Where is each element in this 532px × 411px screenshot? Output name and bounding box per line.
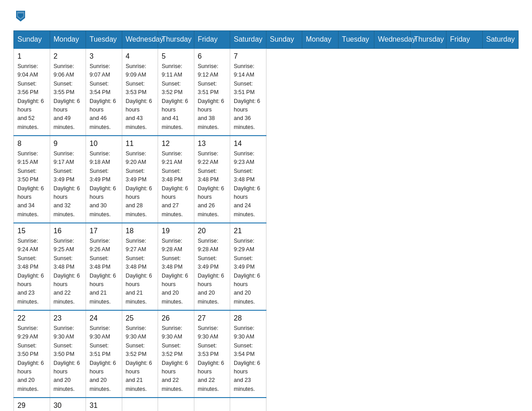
calendar-cell [122,398,158,411]
day-number: 27 [198,314,227,322]
day-info: Sunrise: 9:25 AM Sunset: 3:48 PM Dayligh… [54,237,82,306]
day-number: 1 [17,52,46,60]
day-info: Sunrise: 9:12 AM Sunset: 3:51 PM Dayligh… [198,62,227,132]
day-header-thursday: Thursday [410,31,446,49]
day-info: Sunrise: 9:30 AM Sunset: 3:52 PM Dayligh… [126,324,154,394]
day-header-wednesday: Wednesday [122,31,158,49]
day-number: 13 [198,140,227,148]
calendar-cell: 17 Sunrise: 9:26 AM Sunset: 3:48 PM Dayl… [86,223,122,310]
day-header-tuesday: Tuesday [338,31,374,49]
day-number: 16 [54,227,82,235]
day-number: 2 [54,52,82,60]
calendar-cell: 20 Sunrise: 9:28 AM Sunset: 3:49 PM Dayl… [194,223,230,310]
day-info: Sunrise: 9:04 AM Sunset: 3:56 PM Dayligh… [17,62,46,132]
day-number: 11 [126,140,154,148]
day-info: Sunrise: 9:28 AM Sunset: 3:49 PM Dayligh… [198,237,227,306]
day-info: Sunrise: 9:09 AM Sunset: 3:53 PM Dayligh… [126,62,154,132]
day-number: 26 [162,314,190,322]
calendar-cell: 13 Sunrise: 9:22 AM Sunset: 3:48 PM Dayl… [194,136,230,223]
day-header-saturday: Saturday [482,31,519,49]
calendar-cell: 6 Sunrise: 9:12 AM Sunset: 3:51 PM Dayli… [194,48,230,136]
calendar-cell: 25 Sunrise: 9:30 AM Sunset: 3:52 PM Dayl… [122,310,158,398]
calendar-cell: 24 Sunrise: 9:30 AM Sunset: 3:51 PM Dayl… [86,310,122,398]
day-number: 4 [126,52,154,60]
calendar-cell: 15 Sunrise: 9:24 AM Sunset: 3:48 PM Dayl… [14,223,50,310]
day-number: 12 [162,140,190,148]
calendar-cell: 5 Sunrise: 9:11 AM Sunset: 3:52 PM Dayli… [158,48,194,136]
day-info: Sunrise: 9:18 AM Sunset: 3:49 PM Dayligh… [90,150,118,219]
calendar-week-1: 1 Sunrise: 9:04 AM Sunset: 3:56 PM Dayli… [14,48,519,136]
calendar-cell [194,398,230,411]
calendar-header-row: SundayMondayTuesdayWednesdayThursdayFrid… [14,31,519,49]
calendar-cell: 21 Sunrise: 9:29 AM Sunset: 3:49 PM Dayl… [230,223,266,310]
calendar-cell: 22 Sunrise: 9:29 AM Sunset: 3:50 PM Dayl… [14,310,50,398]
calendar-week-5: 29 Sunrise: 9:30 AM Sunset: 3:55 PM Dayl… [14,398,519,411]
calendar-cell: 23 Sunrise: 9:30 AM Sunset: 3:50 PM Dayl… [50,310,86,398]
day-number: 28 [234,314,262,322]
day-header-wednesday: Wednesday [374,31,411,49]
calendar-week-2: 8 Sunrise: 9:15 AM Sunset: 3:50 PM Dayli… [14,136,519,223]
calendar-cell: 27 Sunrise: 9:30 AM Sunset: 3:53 PM Dayl… [194,310,230,398]
day-number: 17 [90,227,118,235]
day-info: Sunrise: 9:29 AM Sunset: 3:50 PM Dayligh… [17,324,46,394]
calendar-cell: 26 Sunrise: 9:30 AM Sunset: 3:52 PM Dayl… [158,310,194,398]
calendar-cell: 11 Sunrise: 9:20 AM Sunset: 3:49 PM Dayl… [122,136,158,223]
day-header-monday: Monday [50,31,86,49]
day-number: 31 [90,402,118,410]
day-number: 7 [234,52,262,60]
calendar-cell: 29 Sunrise: 9:30 AM Sunset: 3:55 PM Dayl… [14,398,50,411]
calendar-cell: 4 Sunrise: 9:09 AM Sunset: 3:53 PM Dayli… [122,48,158,136]
day-info: Sunrise: 9:07 AM Sunset: 3:54 PM Dayligh… [90,62,118,132]
day-info: Sunrise: 9:27 AM Sunset: 3:48 PM Dayligh… [126,237,154,306]
day-header-thursday: Thursday [158,31,194,49]
day-info: Sunrise: 9:30 AM Sunset: 3:51 PM Dayligh… [90,324,118,394]
day-number: 19 [162,227,190,235]
day-number: 29 [17,402,46,410]
day-info: Sunrise: 9:30 AM Sunset: 3:52 PM Dayligh… [162,324,190,394]
calendar-cell: 12 Sunrise: 9:21 AM Sunset: 3:48 PM Dayl… [158,136,194,223]
calendar-cell: 18 Sunrise: 9:27 AM Sunset: 3:48 PM Dayl… [122,223,158,310]
calendar-cell: 1 Sunrise: 9:04 AM Sunset: 3:56 PM Dayli… [14,48,50,136]
calendar-cell: 14 Sunrise: 9:23 AM Sunset: 3:48 PM Dayl… [230,136,266,223]
day-header-saturday: Saturday [230,31,266,49]
calendar-cell [230,398,266,411]
day-info: Sunrise: 9:21 AM Sunset: 3:48 PM Dayligh… [162,150,190,219]
day-info: Sunrise: 9:23 AM Sunset: 3:48 PM Dayligh… [234,150,262,219]
day-number: 23 [54,314,82,322]
day-number: 18 [126,227,154,235]
calendar-cell: 10 Sunrise: 9:18 AM Sunset: 3:49 PM Dayl… [86,136,122,223]
day-info: Sunrise: 9:28 AM Sunset: 3:48 PM Dayligh… [162,237,190,306]
day-info: Sunrise: 9:30 AM Sunset: 3:53 PM Dayligh… [198,324,227,394]
day-info: Sunrise: 9:17 AM Sunset: 3:49 PM Dayligh… [54,150,82,219]
day-info: Sunrise: 9:26 AM Sunset: 3:48 PM Dayligh… [90,237,118,306]
day-info: Sunrise: 9:30 AM Sunset: 3:50 PM Dayligh… [54,324,82,394]
calendar-cell: 9 Sunrise: 9:17 AM Sunset: 3:49 PM Dayli… [50,136,86,223]
logo-arrow-icon [14,9,27,23]
day-number: 21 [234,227,262,235]
day-number: 3 [90,52,118,60]
day-number: 30 [54,402,82,410]
day-header-friday: Friday [446,31,483,49]
day-number: 9 [54,140,82,148]
calendar-week-4: 22 Sunrise: 9:29 AM Sunset: 3:50 PM Dayl… [14,310,519,398]
day-info: Sunrise: 9:24 AM Sunset: 3:48 PM Dayligh… [17,237,46,306]
day-number: 20 [198,227,227,235]
day-header-tuesday: Tuesday [86,31,122,49]
day-info: Sunrise: 9:30 AM Sunset: 3:54 PM Dayligh… [234,324,262,394]
calendar-cell: 2 Sunrise: 9:06 AM Sunset: 3:55 PM Dayli… [50,48,86,136]
day-info: Sunrise: 9:11 AM Sunset: 3:52 PM Dayligh… [162,62,190,132]
calendar-cell: 16 Sunrise: 9:25 AM Sunset: 3:48 PM Dayl… [50,223,86,310]
day-number: 15 [17,227,46,235]
calendar-cell: 28 Sunrise: 9:30 AM Sunset: 3:54 PM Dayl… [230,310,266,398]
day-info: Sunrise: 9:15 AM Sunset: 3:50 PM Dayligh… [17,150,46,219]
day-header-sunday: Sunday [266,31,302,49]
day-info: Sunrise: 9:14 AM Sunset: 3:51 PM Dayligh… [234,62,262,132]
calendar-week-3: 15 Sunrise: 9:24 AM Sunset: 3:48 PM Dayl… [14,223,519,310]
day-info: Sunrise: 9:20 AM Sunset: 3:49 PM Dayligh… [126,150,154,219]
calendar-cell: 31 Sunrise: 9:30 AM Sunset: 3:58 PM Dayl… [86,398,122,411]
day-header-friday: Friday [194,31,230,49]
calendar-cell: 8 Sunrise: 9:15 AM Sunset: 3:50 PM Dayli… [14,136,50,223]
calendar-cell [158,398,194,411]
calendar-cell: 30 Sunrise: 9:30 AM Sunset: 3:57 PM Dayl… [50,398,86,411]
calendar-cell: 7 Sunrise: 9:14 AM Sunset: 3:51 PM Dayli… [230,48,266,136]
